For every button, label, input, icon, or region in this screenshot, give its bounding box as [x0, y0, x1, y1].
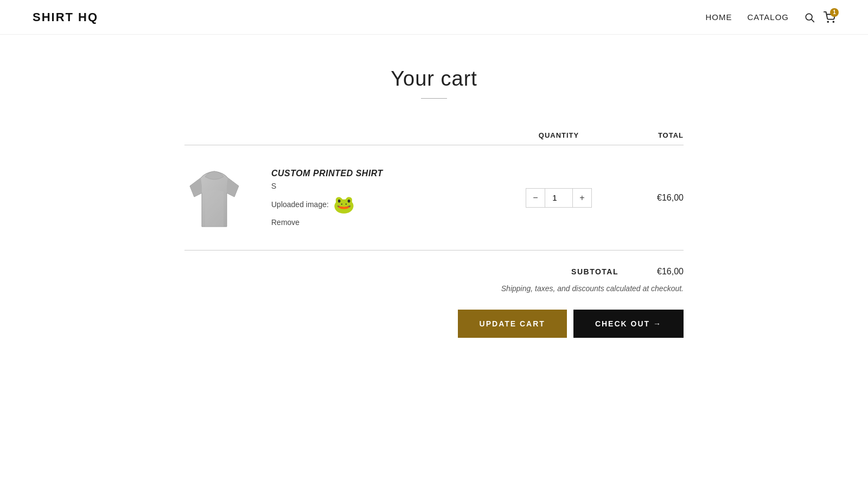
nav-catalog[interactable]: CATALOG [748, 12, 789, 22]
cart-item-image [184, 162, 255, 234]
site-header: SHIRT HQ HOME CATALOG 1 [0, 0, 868, 35]
shirt-image [184, 162, 244, 232]
uploaded-image-emoji: 🐸 [333, 196, 355, 213]
page-title-divider [421, 98, 447, 99]
cart-button[interactable]: 1 [824, 11, 835, 23]
site-logo[interactable]: SHIRT HQ [33, 10, 98, 24]
svg-point-3 [833, 21, 834, 22]
page-title-section: Your cart [184, 67, 684, 99]
search-icon [804, 12, 815, 23]
search-button[interactable] [804, 12, 815, 23]
cart-item-row: CUSTOM PRINTED SHIRT S Uploaded image: 🐸… [184, 145, 684, 251]
quantity-increase-button[interactable]: + [572, 188, 592, 208]
cart-footer: SUBTOTAL €16,00 Shipping, taxes, and dis… [184, 267, 684, 338]
svg-point-2 [827, 21, 828, 22]
item-uploaded: Uploaded image: 🐸 [271, 196, 510, 213]
header-icons: 1 [804, 11, 835, 23]
cart-badge: 1 [830, 8, 839, 17]
item-name: CUSTOM PRINTED SHIRT [271, 169, 510, 178]
subtotal-label: SUBTOTAL [571, 267, 618, 276]
cart-header-quantity: QUANTITY [510, 131, 608, 139]
subtotal-value: €16,00 [640, 267, 684, 277]
page-title: Your cart [184, 67, 684, 91]
checkout-button[interactable]: CHECK OUT → [573, 310, 684, 338]
main-content: Your cart QUANTITY TOTAL [163, 35, 705, 370]
main-nav: HOME CATALOG [706, 12, 789, 22]
svg-line-1 [812, 19, 814, 22]
cart-header-total: TOTAL [608, 131, 684, 139]
quantity-decrease-button[interactable]: − [526, 188, 545, 208]
remove-item-link[interactable]: Remove [271, 218, 299, 227]
header-right: HOME CATALOG 1 [706, 11, 835, 23]
quantity-input[interactable] [545, 188, 572, 208]
uploaded-label: Uploaded image: [271, 200, 329, 209]
item-size: S [271, 182, 510, 190]
nav-home[interactable]: HOME [706, 12, 732, 22]
cart-table: QUANTITY TOTAL [184, 131, 684, 251]
cart-actions: UPDATE CART CHECK OUT → [458, 310, 684, 338]
cart-header-row: QUANTITY TOTAL [184, 131, 684, 145]
subtotal-row: SUBTOTAL €16,00 [571, 267, 684, 277]
update-cart-button[interactable]: UPDATE CART [458, 310, 567, 338]
cart-item-quantity: − + [510, 188, 608, 208]
cart-item-total: €16,00 [608, 193, 684, 203]
cart-item-details: CUSTOM PRINTED SHIRT S Uploaded image: 🐸… [271, 169, 510, 227]
shipping-note: Shipping, taxes, and discounts calculate… [501, 283, 684, 294]
